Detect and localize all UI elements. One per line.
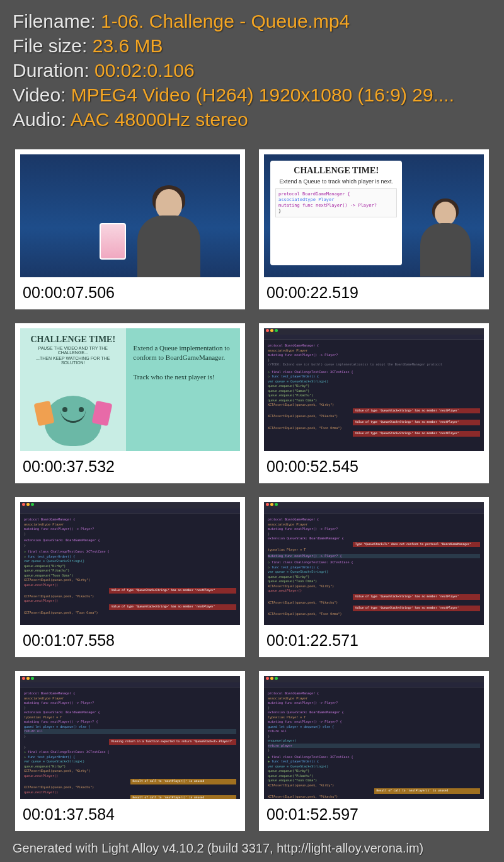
thumbnail-timestamp: 00:01:37.584: [20, 799, 240, 826]
product-box-icon: [100, 223, 126, 260]
video-value: MPEG4 Video (H264) 1920x1080 (16:9) 29..…: [71, 84, 454, 105]
error-indicator: Value of type 'QueueStack<String>' has n…: [353, 420, 480, 425]
warning-indicator: Result of call to 'nextPlayer()' is unus…: [374, 788, 481, 794]
mascot-icon: [45, 396, 101, 446]
code-snippet: protocol BoardGameManager { associatedty…: [275, 188, 397, 217]
challenge-mascot-panel: CHALLENGE TIME! PAUSE THE VIDEO AND TRY …: [20, 328, 126, 451]
footer-credit: Generated with Light Alloy v4.10.2 (buil…: [0, 836, 504, 861]
info-audio: Audio: AAC 48000Hz stereo: [13, 107, 491, 132]
thumbnail-image: protocol BoardGameManager { associatedty…: [264, 328, 484, 451]
xcode-toolbar: [264, 328, 484, 335]
duration-value: 00:02:0.106: [94, 60, 194, 81]
thumbnail-card[interactable]: protocol BoardGameManager { associatedty…: [259, 497, 489, 657]
thumbnail-card[interactable]: protocol BoardGameManager { associatedty…: [15, 497, 245, 657]
thumbnail-timestamp: 00:00:52.545: [264, 451, 484, 478]
error-indicator: Value of type 'QueueStack<String>' has n…: [353, 408, 480, 414]
xcode-toolbar: [264, 502, 484, 509]
audio-label: Audio:: [13, 109, 71, 130]
challenge-text1: Extend a Queue implementation to conform…: [134, 343, 232, 363]
presenter-figure: [137, 183, 200, 277]
thumbnail-card[interactable]: protocol BoardGameManager { associatedty…: [259, 671, 489, 831]
duration-label: Duration:: [13, 60, 94, 81]
info-duration: Duration: 00:02:0.106: [13, 58, 491, 83]
thumbnail-image: protocol BoardGameManager { associatedty…: [20, 676, 240, 799]
filesize-value: 23.6 MB: [93, 35, 163, 56]
error-indicator: Value of type 'QueueStack<String>' has n…: [109, 588, 236, 594]
thumbnail-card[interactable]: CHALLENGE TIME! PAUSE THE VIDEO AND TRY …: [15, 323, 245, 483]
error-indicator: Value of type 'QueueStack<String>' has n…: [353, 431, 480, 437]
slide-title: CHALLENGE TIME!: [275, 166, 397, 176]
thumbnail-card[interactable]: 00:00:07.506: [15, 149, 245, 309]
thumbnail-timestamp: 00:01:07.558: [20, 625, 240, 652]
challenge-slide: CHALLENGE TIME! Extend a Queue to track …: [270, 161, 402, 265]
error-indicator: Value of type 'QueueStack<String>' has n…: [353, 594, 480, 600]
filename-value: 1-06. Challenge - Queue.mp4: [101, 11, 350, 32]
thumbnail-timestamp: 00:01:22.571: [264, 625, 484, 652]
info-filename: Filename: 1-06. Challenge - Queue.mp4: [13, 9, 491, 33]
info-video: Video: MPEG4 Video (H264) 1920x1080 (16:…: [13, 83, 491, 107]
error-indicator: Value of type 'QueueStack<String>' has n…: [109, 604, 236, 610]
xcode-tabbar: [20, 682, 240, 687]
filename-label: Filename:: [13, 11, 101, 32]
thumbnail-grid: 00:00:07.506 CHALLENGE TIME! Extend a Qu…: [0, 138, 504, 836]
audio-value: AAC 48000Hz stereo: [71, 109, 248, 130]
slide-title: CHALLENGE TIME!: [24, 335, 122, 345]
thumbnail-image: [20, 154, 240, 277]
thumbnail-card[interactable]: protocol BoardGameManager { associatedty…: [15, 671, 245, 831]
file-info-panel: Filename: 1-06. Challenge - Queue.mp4 Fi…: [0, 0, 504, 138]
filesize-label: File size:: [13, 35, 93, 56]
slide-subtitle: Extend a Queue to track which player is …: [275, 178, 397, 185]
presenter-figure: [420, 195, 471, 277]
xcode-tabbar: [20, 509, 240, 514]
error-indicator: Value of type 'QueueStack<String>' has n…: [353, 606, 480, 611]
slide-sub2: ...THEN KEEP WATCHING FOR THE SOLUTION!: [24, 356, 122, 365]
challenge-text-panel: Extend a Queue implementation to conform…: [126, 328, 240, 451]
thumbnail-image: protocol BoardGameManager { associatedty…: [264, 502, 484, 625]
thumbnail-timestamp: 00:00:07.506: [20, 277, 240, 304]
warning-indicator: Result of call to 'nextPlayer()' is unus…: [130, 779, 237, 784]
error-indicator: Type 'QueueStack<T>' does not conform to…: [353, 542, 480, 548]
thumbnail-image: protocol BoardGameManager { associatedty…: [20, 502, 240, 625]
video-label: Video:: [13, 84, 71, 105]
thumbnail-card[interactable]: CHALLENGE TIME! Extend a Queue to track …: [259, 149, 489, 309]
xcode-tabbar: [264, 682, 484, 687]
thumbnail-card[interactable]: protocol BoardGameManager { associatedty…: [259, 323, 489, 483]
challenge-text2: Track who the next player is!: [134, 372, 232, 382]
warning-indicator: Result of call to 'nextPlayer()' is unus…: [130, 795, 237, 799]
thumbnail-image: CHALLENGE TIME! PAUSE THE VIDEO AND TRY …: [20, 328, 240, 451]
thumbnail-timestamp: 00:00:22.519: [264, 277, 484, 304]
xcode-tabbar: [264, 335, 484, 340]
slide-sub1: PAUSE THE VIDEO AND TRY THE CHALLENGE...: [24, 346, 122, 355]
thumbnail-image: protocol BoardGameManager { associatedty…: [264, 676, 484, 799]
info-filesize: File size: 23.6 MB: [13, 33, 491, 58]
xcode-toolbar: [264, 676, 484, 682]
thumbnail-timestamp: 00:00:37.532: [20, 451, 240, 478]
xcode-toolbar: [20, 502, 240, 509]
xcode-tabbar: [264, 509, 484, 514]
thumbnail-image: CHALLENGE TIME! Extend a Queue to track …: [264, 154, 484, 277]
xcode-toolbar: [20, 676, 240, 682]
thumbnail-timestamp: 00:01:52.597: [264, 799, 484, 826]
error-indicator: Missing return in a function expected to…: [109, 739, 236, 745]
